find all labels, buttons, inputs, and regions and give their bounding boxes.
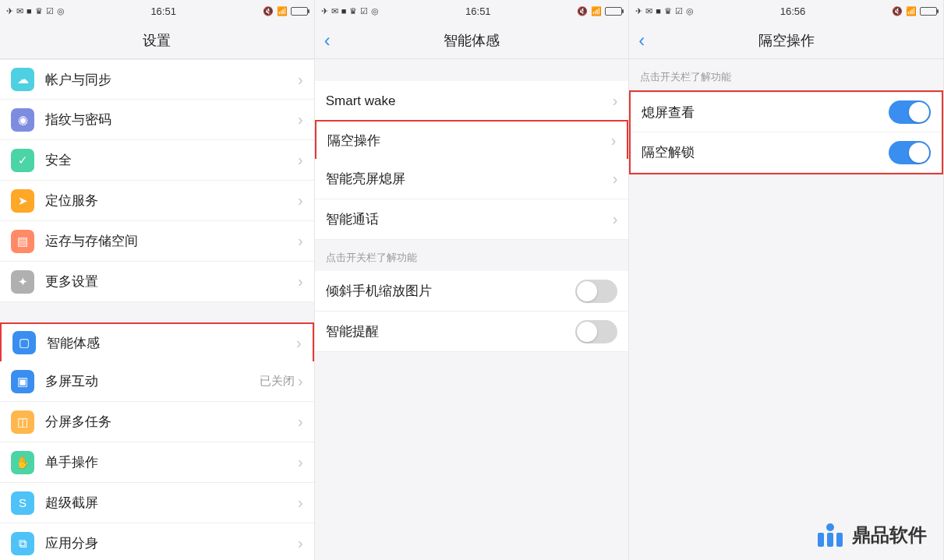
airplane-icon: ✈: [321, 7, 328, 16]
row-smart-remind[interactable]: 智能提醒: [315, 312, 629, 352]
silent-icon: 🔇: [892, 7, 903, 16]
motion-list: Smart wake › 隔空操作 › 智能亮屏熄屏 › 智能通话 › 点击开关…: [315, 59, 629, 560]
row-label: 运存与存储空间: [45, 232, 298, 250]
battery-icon: [605, 7, 622, 16]
chevron-right-icon: ›: [298, 151, 303, 169]
row-splitscreen[interactable]: ◫ 分屏多任务 ›: [0, 402, 314, 442]
section-caption: 点击开关栏了解功能: [315, 240, 629, 271]
chevron-right-icon: ›: [298, 273, 303, 291]
airplane-icon: ✈: [635, 7, 642, 16]
row-label: 智能体感: [47, 334, 296, 352]
row-tilt-zoom[interactable]: 倾斜手机缩放图片: [315, 271, 629, 312]
chevron-right-icon: ›: [613, 210, 618, 228]
back-button[interactable]: ‹: [324, 30, 331, 51]
box-icon: ■: [656, 7, 661, 16]
status-bar: ✈ ✉ ■ ♛ ☑ ◎ 16:56 🔇 📶: [629, 0, 943, 22]
row-label: 安全: [45, 151, 298, 169]
toggle-smart-remind[interactable]: [575, 320, 617, 343]
chevron-right-icon: ›: [296, 334, 302, 352]
row-app-clone[interactable]: ⧉ 应用分身 ›: [0, 523, 314, 560]
row-label: 指纹与密码: [45, 111, 298, 129]
chevron-right-icon: ›: [611, 132, 617, 150]
target-icon: ◎: [371, 7, 379, 16]
divider: [315, 59, 629, 81]
clone-icon: ⧉: [11, 532, 34, 555]
box-icon: ■: [341, 7, 347, 16]
fingerprint-icon: ◉: [11, 108, 34, 132]
airplane-icon: ✈: [6, 7, 13, 16]
row-onehand[interactable]: ✋ 单手操作 ›: [0, 442, 314, 483]
row-label: 熄屏查看: [642, 104, 889, 122]
row-air-gesture[interactable]: 隔空操作 ›: [315, 120, 629, 160]
row-label: 定位服务: [45, 192, 298, 210]
split-icon: ◫: [11, 410, 34, 434]
row-more-settings[interactable]: ✦ 更多设置 ›: [0, 262, 314, 302]
row-label: 超级截屏: [45, 494, 298, 512]
check-icon: ☑: [46, 7, 54, 16]
battery-icon: [291, 7, 308, 16]
multiscreen-icon: ▣: [11, 370, 34, 393]
row-screen-off-view[interactable]: 熄屏查看: [631, 92, 942, 132]
row-label: 分屏多任务: [45, 413, 298, 431]
chevron-right-icon: ›: [613, 92, 618, 110]
nav-bar: ‹ 隔空操作: [629, 22, 943, 59]
row-multiscreen[interactable]: ▣ 多屏互动 已关闭 ›: [0, 361, 314, 402]
location-icon: ➤: [11, 189, 34, 213]
box-icon: ■: [27, 7, 32, 16]
chevron-right-icon: ›: [298, 494, 303, 512]
row-super-screenshot[interactable]: S 超级截屏 ›: [0, 483, 314, 523]
row-air-unlock[interactable]: 隔空解锁: [631, 132, 942, 173]
toggle-air-unlock[interactable]: [889, 141, 931, 164]
page-title: 隔空操作: [758, 31, 815, 50]
check-icon: ☑: [360, 7, 368, 16]
wifi-icon: 📶: [906, 7, 917, 16]
message-icon: ✉: [331, 7, 338, 16]
shield-icon: ✓: [11, 149, 34, 172]
toggle-tilt-zoom[interactable]: [575, 280, 617, 303]
row-label: 多屏互动: [45, 372, 260, 390]
row-value: 已关闭: [260, 374, 295, 389]
row-label: 智能亮屏熄屏: [326, 170, 613, 188]
page-title: 智能体感: [444, 31, 500, 50]
message-icon: ✉: [645, 7, 652, 16]
row-storage[interactable]: ▤ 运存与存储空间 ›: [0, 221, 314, 262]
toggle-screen-off-view[interactable]: [889, 100, 931, 124]
divider: [0, 302, 314, 324]
status-time: 16:51: [150, 5, 176, 17]
screen-smart-motion: ✈ ✉ ■ ♛ ☑ ◎ 16:51 🔇 📶 ‹ 智能体感 Smart wake …: [315, 0, 630, 560]
cloud-icon: ☁: [11, 68, 34, 91]
row-accounts-sync[interactable]: ☁ 帐户与同步 ›: [0, 59, 314, 100]
status-bar: ✈ ✉ ■ ♛ ☑ ◎ 16:51 🔇 📶: [0, 0, 314, 22]
row-label: 应用分身: [45, 534, 298, 552]
storage-icon: ▤: [11, 230, 34, 253]
row-security[interactable]: ✓ 安全 ›: [0, 140, 314, 181]
crown-icon: ♛: [35, 7, 43, 16]
crown-icon: ♛: [349, 7, 357, 16]
row-smart-wake[interactable]: Smart wake ›: [315, 81, 629, 122]
screenshot-icon: S: [11, 491, 34, 515]
chevron-right-icon: ›: [298, 232, 303, 250]
onehand-icon: ✋: [11, 451, 34, 474]
page-title: 设置: [143, 31, 171, 50]
chevron-right-icon: ›: [298, 413, 303, 431]
back-button[interactable]: ‹: [638, 30, 645, 51]
row-smart-call[interactable]: 智能通话 ›: [315, 199, 629, 240]
row-label: 隔空操作: [327, 132, 611, 150]
row-smart-screen[interactable]: 智能亮屏熄屏 ›: [315, 159, 629, 199]
wifi-icon: 📶: [277, 7, 288, 16]
chevron-right-icon: ›: [298, 192, 303, 210]
row-label: 智能提醒: [326, 322, 576, 340]
row-fingerprint[interactable]: ◉ 指纹与密码 ›: [0, 100, 314, 140]
chevron-right-icon: ›: [298, 372, 303, 390]
row-location[interactable]: ➤ 定位服务 ›: [0, 181, 314, 221]
row-label: Smart wake: [326, 93, 613, 109]
status-bar: ✈ ✉ ■ ♛ ☑ ◎ 16:51 🔇 📶: [315, 0, 629, 22]
row-label: 单手操作: [45, 453, 298, 471]
row-smart-motion[interactable]: ▢ 智能体感 ›: [0, 322, 314, 363]
chevron-right-icon: ›: [298, 71, 303, 89]
target-icon: ◎: [57, 7, 65, 16]
target-icon: ◎: [686, 7, 694, 16]
nav-bar: 设置: [0, 22, 314, 59]
screen-settings: ✈ ✉ ■ ♛ ☑ ◎ 16:51 🔇 📶 设置 ☁ 帐户与同步 › ◉ 指纹与…: [0, 0, 315, 560]
check-icon: ☑: [675, 7, 683, 16]
